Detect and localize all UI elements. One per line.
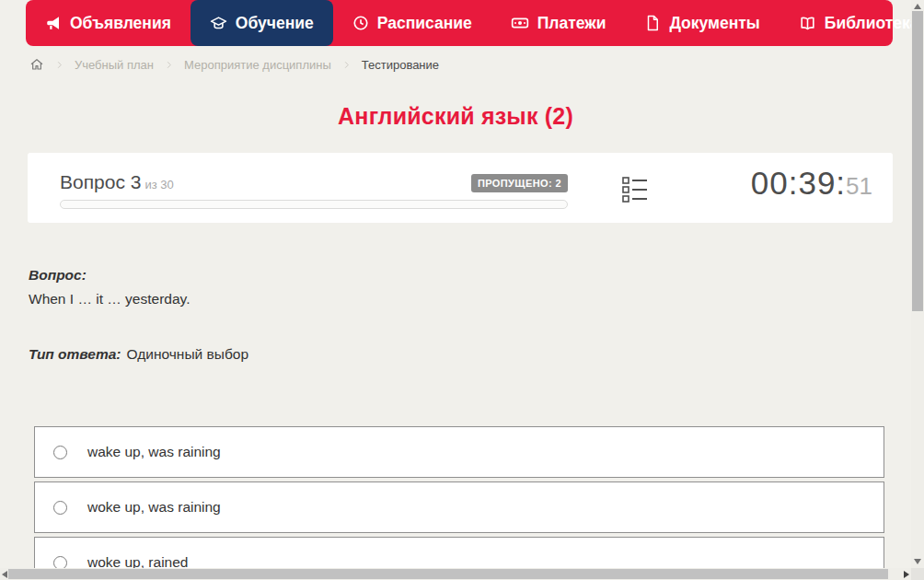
vertical-scrollbar-thumb[interactable] <box>912 11 923 311</box>
answer-options: wake up, was raining woke up, was rainin… <box>34 426 884 580</box>
timer: 00:39:51 <box>751 165 872 202</box>
answer-option-label: woke up, was raining <box>87 499 221 516</box>
main-nav: Объявления Обучение Расписание Платежи Д… <box>26 0 893 46</box>
answer-option-1[interactable]: wake up, was raining <box>34 426 884 478</box>
nav-item-documents[interactable]: Документы <box>625 0 779 46</box>
question-heading: Вопрос: <box>29 263 884 287</box>
nav-item-label: Объявления <box>70 14 171 33</box>
radio-button[interactable] <box>53 446 67 459</box>
horizontal-scrollbar[interactable] <box>0 568 911 580</box>
scroll-left-arrow-icon[interactable] <box>2 571 7 578</box>
radio-button[interactable] <box>53 501 67 515</box>
timer-seconds: 51 <box>846 172 872 201</box>
question-text: When I … it … yesterday. <box>29 287 884 311</box>
breadcrumb-item-discipline-event[interactable]: Мероприятие дисциплины <box>184 58 331 72</box>
clock-icon <box>352 15 369 31</box>
nav-item-label: Библиотека <box>825 14 919 33</box>
scroll-up-arrow-icon[interactable] <box>914 4 921 9</box>
vertical-scrollbar[interactable] <box>911 0 924 568</box>
breadcrumb-separator-icon <box>54 60 64 70</box>
graduation-cap-icon <box>210 15 227 32</box>
megaphone-icon <box>45 15 62 31</box>
nav-item-schedule[interactable]: Расписание <box>333 0 491 46</box>
breadcrumb: Учебный план Мероприятие дисциплины Тест… <box>29 57 439 72</box>
answer-option-2[interactable]: woke up, was raining <box>34 481 884 533</box>
progress-bar <box>60 200 568 209</box>
document-icon <box>644 15 661 31</box>
timer-hours-minutes: 00:39: <box>751 165 846 202</box>
home-icon[interactable] <box>29 57 44 72</box>
answer-type-label: Тип ответа: <box>29 346 121 362</box>
scroll-down-arrow-icon[interactable] <box>914 559 921 564</box>
answer-option-label: wake up, was raining <box>87 444 221 460</box>
breadcrumb-item-study-plan[interactable]: Учебный план <box>75 58 154 72</box>
question-block: Вопрос: When I … it … yesterday. Тип отв… <box>29 263 884 366</box>
answer-type-row: Тип ответа:Одиночный выбор <box>29 342 884 366</box>
nav-item-label: Обучение <box>236 14 314 33</box>
nav-item-label: Платежи <box>537 14 606 33</box>
breadcrumb-item-testing: Тестирование <box>362 58 439 72</box>
nav-item-library[interactable]: Библиотека <box>780 0 924 46</box>
page-title: Английский язык (2) <box>0 103 911 130</box>
question-of-total: из 30 <box>144 178 173 191</box>
nav-item-label: Документы <box>669 14 759 33</box>
open-book-icon <box>799 15 816 32</box>
nav-item-announcements[interactable]: Объявления <box>26 0 191 46</box>
skipped-badge: ПРОПУЩЕНО: 2 <box>471 174 568 192</box>
scroll-right-arrow-icon[interactable] <box>904 571 909 578</box>
horizontal-scrollbar-thumb[interactable] <box>8 569 888 579</box>
nav-item-payments[interactable]: Платежи <box>491 0 626 46</box>
question-number: Вопрос 3из 30 <box>60 171 174 193</box>
question-progress-card: Вопрос 3из 30 ПРОПУЩЕНО: 2 00:39:51 <box>28 153 893 223</box>
breadcrumb-separator-icon <box>341 60 352 70</box>
nav-item-label: Расписание <box>377 14 472 33</box>
breadcrumb-separator-icon <box>164 60 174 70</box>
answer-type-value: Одиночный выбор <box>127 346 249 362</box>
question-progress-left: Вопрос 3из 30 ПРОПУЩЕНО: 2 <box>60 165 568 209</box>
scrollbar-corner <box>911 568 924 580</box>
nav-item-education[interactable]: Обучение <box>191 0 333 46</box>
question-list-icon[interactable] <box>621 176 649 207</box>
banknote-icon <box>511 14 529 32</box>
question-number-text: Вопрос 3 <box>60 171 141 192</box>
